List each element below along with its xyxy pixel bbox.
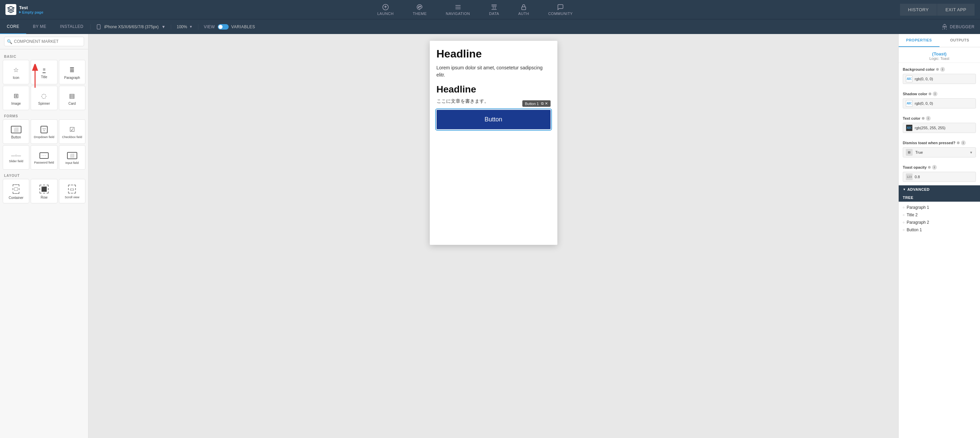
tree-bar: TREE bbox=[899, 194, 980, 202]
forms-row-2: —○— Slider field ··· Password field ⬜ In… bbox=[3, 145, 86, 170]
text-color-label: Text color i bbox=[903, 116, 976, 121]
logo[interactable]: Test Empty page bbox=[5, 4, 43, 15]
icon-glyph: ☆ bbox=[13, 66, 19, 74]
project-sub[interactable]: Empty page bbox=[19, 10, 43, 14]
shadow-color-input[interactable]: ABC rgb(0, 0, 0) bbox=[903, 98, 976, 108]
variables-label: VARIABLES bbox=[231, 24, 255, 29]
forms-row-1: ⬜ Button ▽ Dropdown field ☑ Checkbox fie… bbox=[3, 119, 86, 144]
toast-title: (Toast) bbox=[901, 51, 977, 56]
layout-row-1: □ Container ⬛ Row ▭ Scroll view bbox=[3, 179, 86, 203]
component-container[interactable]: □ Container bbox=[3, 179, 29, 203]
info-icon-5[interactable]: i bbox=[932, 165, 937, 170]
nav-launch[interactable]: LAUNCH bbox=[375, 2, 396, 17]
component-dropdown[interactable]: ▽ Dropdown field bbox=[30, 119, 57, 144]
tab-core[interactable]: CORE bbox=[0, 19, 26, 34]
slider-glyph: —○— bbox=[11, 153, 21, 157]
canvas-button[interactable]: Button bbox=[437, 110, 550, 129]
button-tag: Button 1 ⧉ ✕ bbox=[522, 100, 550, 107]
component-label: Spinner bbox=[38, 102, 50, 105]
headline-1: Headline bbox=[437, 48, 550, 60]
section-forms-label: FORMS bbox=[3, 111, 86, 119]
tree-item-paragraph1[interactable]: Paragraph 1 bbox=[903, 204, 976, 211]
search-input[interactable] bbox=[4, 37, 84, 46]
shadow-color-value: rgb(0, 0, 0) bbox=[915, 102, 933, 105]
component-scroll[interactable]: ▭ Scroll view bbox=[59, 179, 86, 203]
left-panel: 🔍 BASIC ☆ Icon ≡ Title ≣ Paragraph bbox=[0, 34, 89, 438]
nav-community[interactable]: COMMUNITY bbox=[546, 2, 576, 17]
component-icon[interactable]: ☆ Icon bbox=[3, 60, 29, 84]
paragraph-1: Lorem ipsum dolor sit amet, consetetur s… bbox=[437, 64, 550, 79]
zoom-selector[interactable]: 100% ▼ bbox=[171, 24, 198, 29]
phone-content: Headline Lorem ipsum dolor sit amet, con… bbox=[430, 41, 557, 140]
nav-theme[interactable]: THEME bbox=[410, 2, 430, 17]
bg-color-label: Background color i bbox=[903, 67, 976, 72]
text-color-value: rgb(255, 255, 255) bbox=[915, 126, 946, 130]
prop-opacity: Toast opacity i 123 0.8 bbox=[899, 161, 980, 182]
info-icon-3[interactable]: i bbox=[926, 116, 931, 121]
advanced-bar[interactable]: ADVANCED bbox=[899, 185, 980, 194]
exit-button[interactable]: EXIT APP bbox=[937, 4, 975, 16]
dismiss-value: True bbox=[915, 150, 967, 154]
component-slider[interactable]: —○— Slider field bbox=[3, 145, 29, 170]
toast-sub: Logic: Toast bbox=[901, 56, 977, 60]
component-input[interactable]: ⬜ Input field bbox=[59, 145, 86, 170]
tab-outputs[interactable]: OUTPUTS bbox=[940, 34, 980, 47]
component-card[interactable]: ▤ Card bbox=[59, 86, 86, 110]
component-checkbox[interactable]: ☑ Checkbox field bbox=[59, 119, 86, 144]
component-spinner[interactable]: ◌ Spinner bbox=[30, 86, 57, 110]
view-label: VIEW bbox=[204, 24, 215, 29]
view-toggle-track[interactable] bbox=[218, 24, 229, 30]
component-label: Container bbox=[8, 196, 23, 200]
nav-auth[interactable]: AUTH bbox=[515, 2, 532, 17]
section-basic-label: BASIC bbox=[3, 52, 86, 60]
info-icon[interactable]: i bbox=[940, 67, 945, 72]
copy-icon[interactable]: ⧉ bbox=[541, 102, 544, 106]
tree-item-title2[interactable]: Title 2 bbox=[903, 211, 976, 219]
search-icon: 🔍 bbox=[7, 39, 12, 44]
component-label: Paragraph bbox=[64, 76, 80, 79]
center-canvas: Headline Lorem ipsum dolor sit amet, con… bbox=[89, 34, 898, 438]
input-glyph: ⬜ bbox=[67, 152, 77, 159]
tab-properties[interactable]: PROPERTIES bbox=[899, 34, 940, 47]
headline-2: Headline bbox=[437, 84, 550, 95]
text-color-input[interactable]: ABC rgb(255, 255, 255) bbox=[903, 123, 976, 133]
tree-label: TREE bbox=[903, 195, 913, 200]
component-label: Password field bbox=[34, 161, 54, 164]
tag-icons: ⧉ ✕ bbox=[541, 102, 548, 106]
info-icon-4[interactable]: i bbox=[961, 140, 966, 145]
bg-color-input[interactable]: ABC rgb(0, 0, 0) bbox=[903, 74, 976, 84]
info-icon-2[interactable]: i bbox=[933, 92, 937, 96]
component-image[interactable]: ⊞ Image bbox=[3, 86, 29, 110]
device-selector[interactable]: iPhone XS/X/6/6S/7/8 (375px) ▼ bbox=[90, 24, 171, 30]
bg-color-swatch[interactable]: ABC bbox=[906, 76, 913, 82]
svg-point-3 bbox=[420, 6, 421, 7]
prop-dismiss: Dismiss toast when pressed? i ⊟ True ▼ bbox=[899, 136, 980, 157]
component-title[interactable]: ≡ Title bbox=[30, 60, 57, 84]
component-paragraph[interactable]: ≣ Paragraph bbox=[59, 60, 86, 84]
tree-item-button1[interactable]: Button 1 bbox=[903, 226, 976, 233]
tab-by-me[interactable]: BY ME bbox=[26, 19, 53, 34]
component-button[interactable]: ⬜ Button bbox=[3, 119, 29, 144]
component-label: Row bbox=[40, 195, 47, 199]
device-label: iPhone XS/X/6/6S/7/8 (375px) bbox=[104, 24, 159, 29]
text-color-swatch[interactable]: ABC bbox=[906, 124, 913, 131]
component-label: Button bbox=[11, 135, 21, 139]
opacity-input[interactable]: 123 0.8 bbox=[903, 172, 976, 182]
dismiss-select[interactable]: ⊟ True ▼ bbox=[903, 147, 976, 157]
right-panel: PROPERTIES OUTPUTS (Toast) Logic: Toast … bbox=[898, 34, 980, 438]
history-button[interactable]: HISTORY bbox=[900, 4, 937, 16]
component-row[interactable]: ⬛ Row bbox=[30, 179, 57, 203]
nav-navigation[interactable]: NAVIGATION bbox=[443, 2, 473, 17]
dot-icon-2 bbox=[929, 92, 931, 95]
nav-data[interactable]: DATA bbox=[486, 2, 502, 17]
tree-item-paragraph2[interactable]: Paragraph 2 bbox=[903, 219, 976, 226]
shadow-color-swatch[interactable]: ABC bbox=[906, 100, 913, 107]
basic-row-1: ☆ Icon ≡ Title ≣ Paragraph bbox=[3, 60, 86, 84]
debugger-button[interactable]: DEBUGGER bbox=[936, 24, 980, 30]
svg-rect-8 bbox=[97, 24, 100, 29]
select-icon: ⊟ bbox=[906, 149, 913, 156]
dropdown-glyph: ▽ bbox=[40, 126, 48, 133]
tab-installed[interactable]: INSTALLED bbox=[53, 19, 90, 34]
close-icon[interactable]: ✕ bbox=[545, 102, 548, 106]
component-password[interactable]: ··· Password field bbox=[30, 145, 57, 170]
